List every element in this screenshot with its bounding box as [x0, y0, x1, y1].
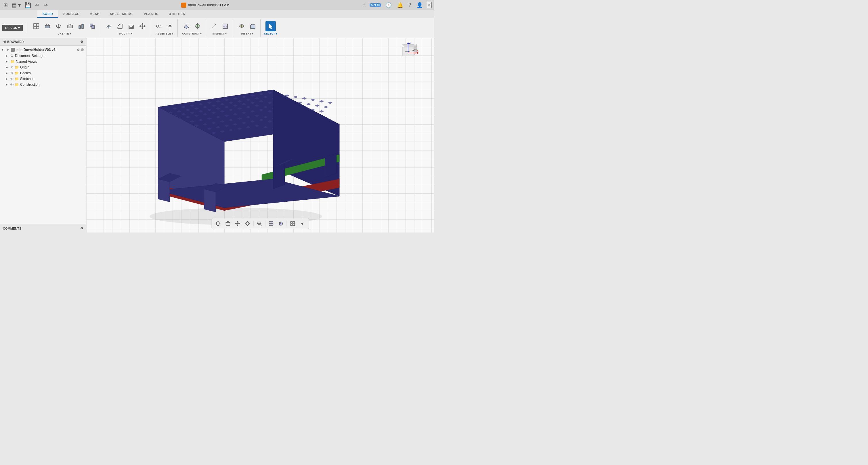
construct-group: CONSTRUCT ▾ [179, 19, 205, 36]
svg-rect-26 [250, 25, 255, 28]
construction-eye-icon[interactable]: 👁 [10, 83, 13, 86]
svg-rect-15 [130, 26, 132, 28]
display-style-button[interactable] [267, 220, 275, 228]
tool-row: DESIGN ▾ [0, 18, 434, 38]
tree-named-views[interactable]: ▶ 📁 Named Views [0, 59, 86, 64]
appearance-button[interactable] [277, 220, 285, 228]
notification-button[interactable]: 🔔 [396, 1, 404, 9]
svg-marker-188 [158, 179, 170, 202]
new-component-icon[interactable] [31, 21, 41, 31]
svg-line-203 [260, 225, 261, 226]
insert-label: INSERT ▾ [241, 32, 254, 35]
svg-point-16 [156, 25, 159, 27]
close-button[interactable]: ✕ [427, 2, 432, 8]
tab-utilities[interactable]: UTILITIES [164, 10, 190, 18]
select-label: SELECT ▾ [264, 32, 277, 35]
svg-text:Z: Z [409, 41, 411, 44]
app-icon [181, 3, 186, 8]
collapse-browser-button[interactable]: ◀ [3, 40, 5, 44]
origin-name: Origin [20, 65, 84, 69]
svg-point-197 [246, 222, 249, 225]
extrude-icon[interactable] [42, 21, 53, 31]
tree-construction[interactable]: ▶ 👁 📁 Construction [0, 82, 86, 87]
combine-icon[interactable] [87, 21, 97, 31]
shell-icon[interactable] [126, 21, 136, 31]
tree-sketches[interactable]: ▶ 👁 📁 Sketches [0, 76, 86, 82]
axis-indicator[interactable]: FRONT RIGHT Z X [397, 41, 420, 64]
tab-mesh[interactable]: MESH [85, 10, 105, 18]
tree-document-settings[interactable]: ▶ ⚙ Document Settings [0, 53, 86, 59]
construct-dropdown-icon[interactable]: ▾ [200, 32, 202, 35]
move-icon[interactable] [137, 21, 148, 31]
home-button[interactable] [224, 220, 232, 228]
tab-solid[interactable]: SOLID [37, 10, 58, 18]
named-views-name: Named Views [16, 60, 84, 64]
fit-button[interactable] [243, 220, 251, 228]
svg-rect-212 [293, 222, 294, 223]
tree-bodies[interactable]: ▶ 👁 📁 Bodies [0, 70, 86, 76]
undo-button[interactable]: ↩ [34, 1, 40, 9]
redo-button[interactable]: ↪ [42, 1, 49, 9]
tab-sheet-metal[interactable]: SHEET METAL [105, 10, 138, 18]
create-dropdown-icon[interactable]: ▾ [70, 32, 71, 35]
orbit-button[interactable] [214, 220, 222, 228]
joint-origin-icon[interactable] [165, 21, 175, 31]
construct-label: CONSTRUCT ▾ [182, 32, 202, 35]
grid-button[interactable] [288, 220, 297, 228]
decal-icon[interactable] [248, 21, 258, 31]
main-area: ◀ BROWSER ⚙ ▼ 👁 miniDowelHolderV03 v3 ⚙ … [0, 38, 434, 233]
bodies-chevron: ▶ [6, 71, 9, 75]
tree-root-item[interactable]: ▼ 👁 miniDowelHolderV03 v3 ⚙ [0, 47, 86, 53]
insert-mesh-icon[interactable] [237, 21, 247, 31]
insert-dropdown-icon[interactable]: ▾ [252, 32, 254, 35]
assemble-label: ASSEMBLE ▾ [156, 32, 174, 35]
viewport[interactable]: FRONT RIGHT Z X [86, 38, 434, 233]
svg-rect-211 [290, 222, 292, 223]
file-menu-button[interactable]: ▤ ▾ [11, 1, 22, 9]
sketches-eye-icon[interactable]: 👁 [10, 77, 13, 81]
modify-dropdown-icon[interactable]: ▾ [131, 32, 132, 35]
svg-rect-9 [82, 25, 84, 28]
assemble-dropdown-icon[interactable]: ▾ [172, 32, 174, 35]
sketches-folder-icon: 📁 [15, 77, 19, 81]
more-options-button[interactable]: ▾ [298, 220, 306, 228]
grid-menu-button[interactable]: ⊞ [2, 1, 9, 9]
select-icon[interactable] [266, 21, 276, 31]
svg-rect-4 [45, 26, 50, 28]
origin-eye-icon[interactable]: 👁 [10, 66, 13, 69]
axis-plane-icon[interactable] [192, 21, 203, 31]
tree-origin[interactable]: ▶ 👁 📁 Origin [0, 64, 86, 70]
hole-icon[interactable] [65, 21, 75, 31]
comments-settings-icon[interactable]: ⚙ [80, 227, 83, 230]
joint-icon[interactable] [154, 21, 164, 31]
svg-point-195 [216, 222, 220, 226]
titlebar-right: + 5 of 10 🕐 🔔 ? 👤 ✕ [362, 1, 432, 9]
tab-surface[interactable]: SURFACE [58, 10, 85, 18]
browser-tree: ▼ 👁 miniDowelHolderV03 v3 ⚙ ▶ ⚙ Document… [0, 46, 86, 224]
inspect-dropdown-icon[interactable]: ▾ [225, 32, 227, 35]
clock-button[interactable]: 🕐 [384, 1, 393, 9]
measure-icon[interactable] [209, 21, 219, 31]
select-dropdown-icon[interactable]: ▾ [276, 32, 278, 35]
press-pull-icon[interactable] [103, 21, 114, 31]
account-button[interactable]: 👤 [415, 1, 424, 9]
browser-settings-icon[interactable]: ⚙ [80, 40, 83, 44]
root-gear-icon[interactable]: ⚙ [77, 48, 80, 52]
root-eye-icon[interactable]: 👁 [6, 48, 9, 52]
revolve-icon[interactable] [54, 21, 64, 31]
fillet-icon[interactable] [115, 21, 125, 31]
zoom-button[interactable] [255, 220, 263, 228]
tab-plastic[interactable]: PLASTIC [138, 10, 164, 18]
origin-folder-icon: 📁 [15, 65, 19, 69]
pattern-icon[interactable] [76, 21, 86, 31]
add-tab-button[interactable]: + [362, 1, 367, 9]
offset-plane-icon[interactable] [181, 21, 191, 31]
design-mode-button[interactable]: DESIGN ▾ [2, 25, 23, 31]
save-button[interactable]: 💾 [24, 1, 32, 9]
bodies-eye-icon[interactable]: 👁 [10, 71, 13, 75]
svg-marker-55 [302, 97, 307, 99]
pan-button[interactable] [234, 220, 242, 228]
section-analysis-icon[interactable] [220, 21, 230, 31]
svg-rect-0 [34, 24, 36, 26]
help-button[interactable]: ? [407, 1, 412, 9]
